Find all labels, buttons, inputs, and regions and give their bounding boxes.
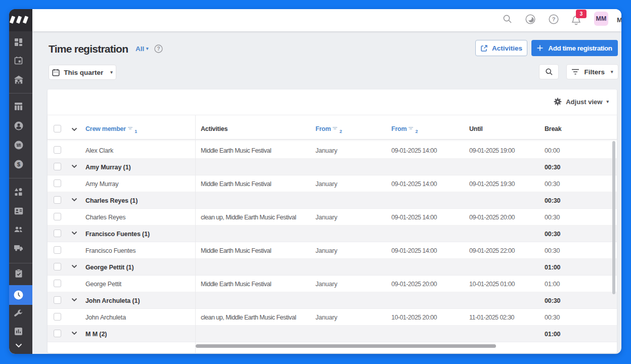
svg-text:?: ? — [552, 16, 556, 22]
svg-text:$: $ — [17, 161, 20, 167]
svg-text:?: ? — [157, 46, 160, 52]
